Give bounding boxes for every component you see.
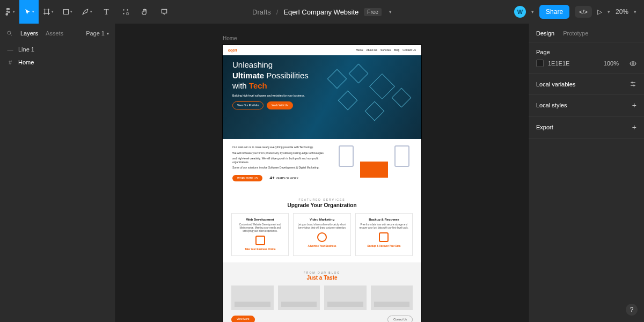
svg-point-8 xyxy=(633,85,634,86)
page-bg-opacity[interactable]: 100% xyxy=(604,60,619,67)
breadcrumb-drafts[interactable]: Drafts xyxy=(252,8,271,16)
nav-link: Contact Us xyxy=(402,48,416,52)
svg-rect-4 xyxy=(127,13,129,15)
frame-tool-button[interactable]: ▾ xyxy=(39,0,58,24)
section-page: Page 1E1E1E 100% xyxy=(529,42,644,74)
nav-link: Blog xyxy=(394,48,399,52)
shape-tool-button[interactable]: ▾ xyxy=(58,0,77,24)
chevron-down-icon[interactable]: ▾ xyxy=(634,9,636,14)
service-card: Web Development Customized Website Devel… xyxy=(231,213,289,256)
resources-tool-button[interactable] xyxy=(116,0,135,24)
devmode-button[interactable]: </> xyxy=(575,6,592,18)
chevron-down-icon[interactable]: ▾ xyxy=(608,9,610,14)
site-nav: eqerl Home About Us Services Blog Contac… xyxy=(223,45,421,55)
plus-icon[interactable]: + xyxy=(632,123,636,131)
contact-us-button: Contact Us xyxy=(387,316,413,322)
chevron-down-icon[interactable]: ▾ xyxy=(531,9,534,14)
svg-point-3 xyxy=(123,13,124,14)
blog-section: FROM OUR BLOG Just a Taste View More Con… xyxy=(223,262,421,322)
intro-diagram xyxy=(336,145,412,188)
blog-thumb xyxy=(371,286,413,310)
local-variables-label: Local variables xyxy=(536,81,575,87)
settings-icon[interactable] xyxy=(630,80,636,87)
site-logo: eqerl xyxy=(228,48,237,53)
nav-link: Services xyxy=(380,48,391,52)
comment-icon xyxy=(160,8,168,16)
section-local-styles[interactable]: Local styles + xyxy=(529,94,644,116)
svg-point-5 xyxy=(8,31,11,34)
service-card: Video Marketing Let your brand shine onl… xyxy=(293,213,350,256)
web-icon xyxy=(255,236,265,245)
tool-group-left: ▾ ▾ ▾ ▾ ▾ T xyxy=(0,0,174,24)
chevron-down-icon: ▾ xyxy=(107,31,109,36)
layer-row[interactable]: # Home xyxy=(0,56,115,69)
hand-tool-button[interactable] xyxy=(135,0,155,24)
top-toolbar-right: W ▾ Share </> ▷ ▾ 20% ▾ xyxy=(514,5,644,19)
breadcrumb-filename[interactable]: Eqerl Company Website xyxy=(283,8,358,16)
line-icon: — xyxy=(6,46,14,53)
text-icon: T xyxy=(104,8,108,17)
search-icon[interactable] xyxy=(6,30,13,36)
layer-name: Home xyxy=(18,59,34,65)
blog-thumb xyxy=(231,286,274,310)
blog-thumb xyxy=(278,286,320,310)
tab-layers[interactable]: Layers xyxy=(20,30,38,36)
canvas[interactable]: Home eqerl Home About Us Services Blog C… xyxy=(116,24,528,322)
chevron-down-icon[interactable]: ▾ xyxy=(389,9,392,14)
color-swatch[interactable] xyxy=(536,60,544,67)
layer-name: Line 1 xyxy=(18,46,34,53)
hand-icon xyxy=(141,8,149,16)
svg-rect-0 xyxy=(64,10,69,14)
intro-section: Our main aim is to make nearly everythin… xyxy=(223,139,421,195)
service-card: Backup & Recovery Free from data loss wi… xyxy=(355,213,413,256)
chevron-down-icon: ▾ xyxy=(52,10,54,14)
page-selector[interactable]: Page 1 ▾ xyxy=(86,30,109,36)
artboard-home[interactable]: eqerl Home About Us Services Blog Contac… xyxy=(223,45,421,322)
right-panel: Design Prototype Page 1E1E1E 100% Local … xyxy=(528,24,644,322)
comment-tool-button[interactable] xyxy=(155,0,174,24)
text-tool-button[interactable]: T xyxy=(97,0,116,24)
section-export[interactable]: Export + xyxy=(529,116,644,138)
svg-point-1 xyxy=(123,9,124,10)
page-background-row[interactable]: 1E1E1E 100% xyxy=(536,60,636,67)
work-with-us-button: WORK WITH US xyxy=(232,175,262,182)
tab-assets[interactable]: Assets xyxy=(46,30,63,36)
nav-links: Home About Us Services Blog Contact Us xyxy=(356,48,416,52)
tab-design[interactable]: Design xyxy=(536,30,554,36)
present-button[interactable]: ▷ xyxy=(597,8,602,16)
visibility-icon[interactable] xyxy=(630,60,636,67)
share-button[interactable]: Share xyxy=(539,5,569,19)
cursor-icon xyxy=(24,9,31,16)
frame-icon xyxy=(43,8,50,16)
tab-prototype[interactable]: Prototype xyxy=(563,30,588,36)
chevron-down-icon: ▾ xyxy=(32,10,34,14)
help-button[interactable]: ? xyxy=(626,304,638,316)
page-selector-label: Page 1 xyxy=(86,30,105,36)
layer-row[interactable]: — Line 1 xyxy=(0,43,115,56)
left-panel: Layers Assets Page 1 ▾ — Line 1 # Home xyxy=(0,24,116,322)
svg-point-7 xyxy=(632,82,633,83)
svg-point-2 xyxy=(127,9,128,10)
avatar[interactable]: W xyxy=(514,6,526,18)
service-cards: Web Development Customized Website Devel… xyxy=(223,213,421,262)
section-local-variables[interactable]: Local variables xyxy=(529,74,644,94)
frame-label[interactable]: Home xyxy=(223,35,237,41)
pen-icon xyxy=(82,8,89,16)
plus-icon[interactable]: + xyxy=(632,101,636,109)
backup-icon xyxy=(379,232,389,242)
figma-menu-button[interactable]: ▾ xyxy=(0,0,19,24)
page-bg-hex[interactable]: 1E1E1E xyxy=(548,60,569,67)
layer-list: — Line 1 # Home xyxy=(0,40,115,69)
plan-badge[interactable]: Free xyxy=(364,8,382,16)
hero-subtext: Building high-level softwares and websit… xyxy=(232,94,308,98)
nav-link: Home xyxy=(356,48,363,52)
blog-thumb xyxy=(324,286,367,310)
zoom-display[interactable]: 20% xyxy=(616,8,628,16)
hero-graphic xyxy=(325,67,416,131)
pen-tool-button[interactable]: ▾ xyxy=(77,0,97,24)
megaphone-icon xyxy=(317,232,327,242)
move-tool-button[interactable]: ▾ xyxy=(19,0,39,24)
services-header: FEATURED SERVICES Upgrade Your Organizat… xyxy=(223,198,421,209)
rectangle-icon xyxy=(63,9,69,15)
figma-logo-icon xyxy=(4,8,12,16)
